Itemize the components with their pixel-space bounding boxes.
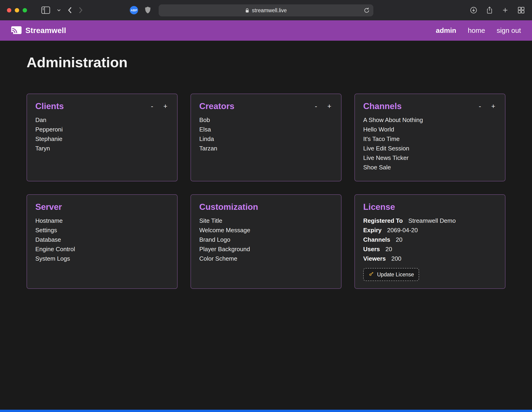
server-item[interactable]: Database (35, 235, 169, 245)
customization-item[interactable]: Player Background (199, 245, 333, 254)
license-value: 2069-04-20 (387, 226, 418, 235)
client-item[interactable]: Dan (35, 115, 169, 125)
license-row: Expiry 2069-04-20 (363, 226, 497, 235)
reload-icon[interactable] (363, 7, 370, 14)
downloads-icon[interactable] (470, 6, 477, 14)
close-window-button[interactable] (7, 8, 11, 12)
license-value: 20 (385, 245, 392, 254)
nav-links: admin home sign out (436, 27, 521, 34)
lock-icon[interactable] (245, 8, 249, 13)
adblock-extension-icon[interactable]: ABP (130, 6, 138, 14)
license-value: 200 (391, 254, 401, 264)
card-channels-title: Channels (363, 101, 402, 111)
server-item[interactable]: Engine Control (35, 245, 169, 254)
card-channels: Channels - + A Show About Nothing Hello … (354, 94, 505, 181)
server-list: Hostname Settings Database Engine Contro… (35, 216, 169, 264)
channel-item[interactable]: Live News Ticker (363, 153, 497, 163)
bottom-edge-strip (0, 410, 532, 412)
admin-card-grid: Clients - + Dan Pepperoni Stephanie Tary… (27, 94, 505, 289)
creator-item[interactable]: Elsa (199, 125, 333, 134)
license-row: Channels 20 (363, 235, 497, 245)
client-item[interactable]: Stephanie (35, 134, 169, 144)
customization-item[interactable]: Site Title (199, 216, 333, 226)
add-creator-button[interactable]: + (327, 103, 331, 110)
card-customization: Customization Site Title Welcome Message… (190, 194, 342, 289)
license-label: Channels (363, 235, 390, 245)
privacy-shield-icon[interactable] (144, 6, 151, 14)
license-label: Users (363, 245, 380, 254)
navigation-tools (41, 7, 83, 14)
update-license-label: Update License (377, 272, 414, 278)
remove-creator-button[interactable]: - (315, 103, 317, 110)
channel-item[interactable]: A Show About Nothing (363, 115, 497, 125)
server-item[interactable]: Settings (35, 226, 169, 235)
card-customization-title: Customization (199, 202, 258, 212)
creator-item[interactable]: Linda (199, 134, 333, 144)
card-license-title: License (363, 202, 395, 212)
customization-item[interactable]: Color Scheme (199, 254, 333, 264)
admin-page: Administration Clients - + Dan Pepperoni… (0, 41, 532, 289)
remove-client-button[interactable]: - (151, 103, 153, 110)
new-tab-icon[interactable] (502, 7, 509, 14)
brand-name: Streamwell (25, 26, 66, 35)
minimize-window-button[interactable] (15, 8, 19, 12)
safari-window: ABP streamwell.live (0, 0, 532, 412)
zoom-window-button[interactable] (23, 8, 27, 12)
channel-item[interactable]: Shoe Sale (363, 163, 497, 172)
customization-list: Site Title Welcome Message Brand Logo Pl… (199, 216, 333, 264)
cast-icon (11, 26, 22, 35)
client-item[interactable]: Pepperoni (35, 125, 169, 134)
card-server-title: Server (35, 202, 62, 212)
license-row: Viewers 200 (363, 254, 497, 264)
extension-badges: ABP (130, 0, 151, 20)
customization-item[interactable]: Brand Logo (199, 235, 333, 245)
card-creators: Creators - + Bob Elsa Linda Tarzan (190, 94, 342, 181)
forward-button[interactable] (79, 7, 83, 14)
nav-item-admin[interactable]: admin (436, 27, 456, 34)
customization-item[interactable]: Welcome Message (199, 226, 333, 235)
site-navbar: Streamwell admin home sign out (0, 20, 532, 41)
add-channel-button[interactable]: + (491, 103, 495, 110)
server-item[interactable]: System Logs (35, 254, 169, 264)
license-value: 20 (396, 235, 402, 245)
channel-item[interactable]: Live Edit Session (363, 144, 497, 153)
window-controls (7, 8, 27, 12)
license-row: Registered To Streamwell Demo (363, 216, 497, 226)
sidebar-chevron-down-icon[interactable] (57, 9, 61, 11)
browser-actions (470, 6, 525, 14)
back-button[interactable] (68, 7, 72, 14)
license-row: Users 20 (363, 245, 497, 254)
card-clients-title: Clients (35, 101, 64, 111)
client-item[interactable]: Taryn (35, 144, 169, 153)
server-item[interactable]: Hostname (35, 216, 169, 226)
add-client-button[interactable]: + (163, 103, 167, 110)
clients-list: Dan Pepperoni Stephanie Taryn (35, 115, 169, 153)
sidebar-toggle-icon[interactable] (41, 7, 50, 14)
update-license-button[interactable]: Update License (363, 268, 419, 281)
license-label: Viewers (363, 254, 386, 264)
channels-list: A Show About Nothing Hello World It's Ta… (363, 115, 497, 172)
channel-item[interactable]: It's Taco Time (363, 134, 497, 144)
nav-item-signout[interactable]: sign out (497, 27, 521, 34)
key-icon (368, 271, 374, 278)
remove-channel-button[interactable]: - (479, 103, 481, 110)
channel-item[interactable]: Hello World (363, 125, 497, 134)
license-label: Expiry (363, 226, 382, 235)
creator-item[interactable]: Tarzan (199, 144, 333, 153)
card-clients: Clients - + Dan Pepperoni Stephanie Tary… (27, 94, 178, 181)
tab-overview-icon[interactable] (517, 6, 525, 14)
license-value: Streamwell Demo (408, 216, 456, 226)
license-details: Registered To Streamwell Demo Expiry 206… (363, 216, 497, 264)
nav-item-home[interactable]: home (468, 27, 485, 34)
card-license: License Registered To Streamwell Demo Ex… (354, 194, 505, 289)
card-server: Server Hostname Settings Database Engine… (27, 194, 178, 289)
brand-logo[interactable]: Streamwell (11, 26, 66, 35)
url-text: streamwell.live (252, 7, 287, 14)
browser-toolbar: ABP streamwell.live (0, 0, 532, 20)
address-bar[interactable]: streamwell.live (159, 4, 373, 16)
card-creators-title: Creators (199, 101, 234, 111)
page-title: Administration (27, 54, 505, 70)
share-icon[interactable] (486, 6, 493, 14)
license-label: Registered To (363, 216, 403, 226)
creator-item[interactable]: Bob (199, 115, 333, 125)
